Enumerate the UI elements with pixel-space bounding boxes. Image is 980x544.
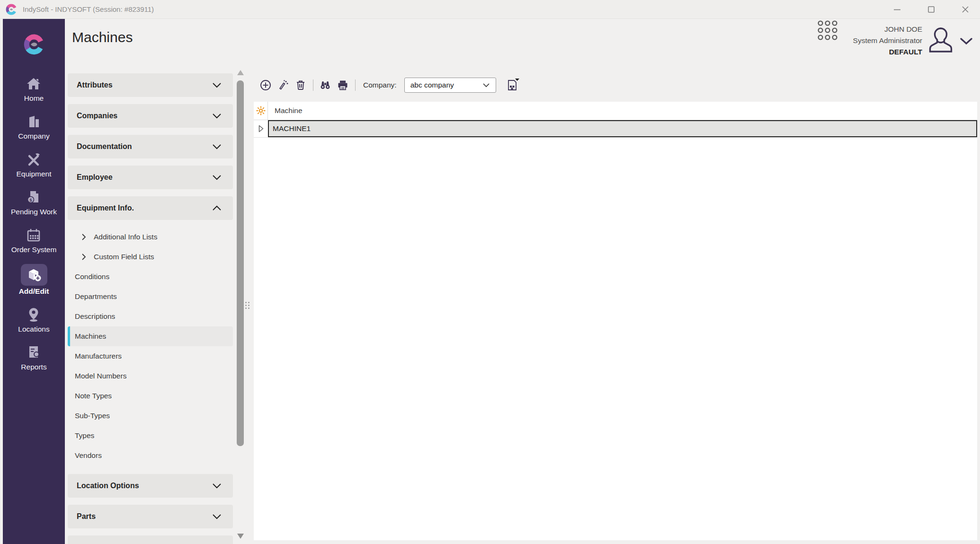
nav-item-sub-types[interactable]: Sub-Types bbox=[68, 406, 233, 426]
report-search-icon bbox=[27, 343, 42, 361]
nav-item-label: Model Numbers bbox=[75, 372, 126, 380]
sidebar-item-order-system[interactable]: Order System bbox=[11, 226, 57, 254]
chevron-down-icon bbox=[212, 113, 222, 119]
company-select-value: abc company bbox=[410, 81, 454, 89]
accordion-section-location-options[interactable]: Location Options bbox=[68, 474, 233, 498]
sidebar-item-equipment[interactable]: Equipment bbox=[16, 150, 51, 178]
chevron-down-icon bbox=[212, 483, 222, 489]
nav-item-machines[interactable]: Machines bbox=[68, 326, 233, 346]
add-button[interactable] bbox=[258, 78, 273, 92]
find-button[interactable] bbox=[318, 78, 332, 92]
grid-row: MACHINE1 bbox=[254, 120, 977, 138]
chevron-down-icon bbox=[482, 83, 490, 88]
map-pin-icon bbox=[27, 306, 41, 324]
accordion-section-attributes[interactable]: Attributes bbox=[68, 73, 233, 97]
nav-item-vendors[interactable]: Vendors bbox=[68, 446, 233, 465]
calendar-icon bbox=[26, 226, 41, 244]
accordion-section-partial bbox=[68, 535, 233, 544]
accordion-section-employee[interactable]: Employee bbox=[68, 166, 233, 189]
sidebar-item-company[interactable]: Company bbox=[18, 113, 49, 140]
row-indicator[interactable] bbox=[254, 120, 268, 137]
company-filter-label: Company: bbox=[363, 81, 397, 89]
nav-item-label: Machines bbox=[75, 332, 106, 341]
company-select[interactable]: abc company bbox=[404, 78, 496, 93]
machine-cell[interactable]: MACHINE1 bbox=[268, 120, 977, 137]
chevron-down-icon bbox=[212, 175, 222, 180]
tools-icon bbox=[26, 150, 41, 168]
home-icon bbox=[26, 75, 41, 93]
window-title: IndySoft - INDYSOFT (Session: #823911) bbox=[23, 5, 154, 13]
accordion-section-equipment-info[interactable]: Equipment Info. bbox=[68, 196, 233, 220]
sidebar: Home Company Equipment $ bbox=[3, 19, 65, 544]
nav-item-model-numbers[interactable]: Model Numbers bbox=[68, 366, 233, 386]
application-window: IndySoft - INDYSOFT (Session: #823911) bbox=[0, 0, 980, 544]
delete-button[interactable] bbox=[294, 78, 308, 92]
nav-item-departments[interactable]: Departments bbox=[68, 287, 233, 307]
column-header-machine[interactable]: Machine bbox=[268, 106, 303, 115]
user-name: JOHN DOE bbox=[853, 24, 922, 35]
accordion-section-companies[interactable]: Companies bbox=[68, 104, 233, 128]
sidebar-item-label: Locations bbox=[18, 325, 49, 333]
title-bar: IndySoft - INDYSOFT (Session: #823911) bbox=[0, 0, 980, 19]
accordion-section-documentation[interactable]: Documentation bbox=[68, 135, 233, 158]
nav-item-label: Sub-Types bbox=[75, 412, 110, 420]
nav-item-custom-field-lists[interactable]: Custom Field Lists bbox=[68, 247, 233, 267]
chevron-right-icon bbox=[81, 253, 86, 261]
nav-scrollbar-thumb[interactable] bbox=[237, 80, 244, 446]
binoculars-icon bbox=[319, 79, 331, 91]
sidebar-item-reports[interactable]: Reports bbox=[21, 343, 46, 371]
sidebar-item-label: Equipment bbox=[16, 170, 51, 178]
add-icon bbox=[259, 79, 272, 91]
nav-item-additional-info-lists[interactable]: Additional Info Lists bbox=[68, 227, 233, 247]
section-label: Documentation bbox=[77, 142, 132, 151]
chevron-down-icon bbox=[212, 514, 222, 519]
nav-item-descriptions[interactable]: Descriptions bbox=[68, 307, 233, 326]
sun-icon bbox=[256, 106, 266, 115]
invoice-icon: $ bbox=[26, 188, 41, 206]
building-icon bbox=[27, 113, 41, 131]
nav-item-label: Custom Field Lists bbox=[94, 253, 154, 261]
edit-button[interactable] bbox=[276, 78, 290, 92]
sidebar-item-pending-work[interactable]: $ Pending Work bbox=[11, 188, 57, 216]
printer-icon bbox=[337, 79, 349, 91]
minimize-button[interactable] bbox=[886, 0, 908, 19]
grid-indicator-header[interactable] bbox=[254, 102, 268, 120]
nav-item-note-types[interactable]: Note Types bbox=[68, 386, 233, 406]
nav-item-types[interactable]: Types bbox=[68, 426, 233, 446]
chevron-down-icon bbox=[959, 37, 973, 47]
box-add-icon bbox=[21, 264, 47, 286]
nav-item-manufacturers[interactable]: Manufacturers bbox=[68, 346, 233, 366]
nav-item-label: Types bbox=[75, 431, 94, 440]
accordion-section-parts[interactable]: Parts bbox=[68, 505, 233, 528]
sidebar-item-label: Reports bbox=[21, 363, 46, 371]
chevron-up-icon bbox=[212, 205, 222, 211]
nav-item-label: Vendors bbox=[75, 451, 102, 460]
layout-options-button[interactable] bbox=[505, 78, 520, 93]
splitter-handle[interactable] bbox=[245, 302, 252, 312]
nav-item-conditions[interactable]: Conditions bbox=[68, 267, 233, 287]
sidebar-item-locations[interactable]: Locations bbox=[18, 306, 49, 333]
section-label: Attributes bbox=[77, 81, 113, 89]
sidebar-item-home[interactable]: Home bbox=[24, 75, 44, 103]
sidebar-item-label: Company bbox=[18, 132, 49, 140]
sidebar-item-label: Pending Work bbox=[11, 208, 57, 216]
user-info: JOHN DOE System Administrator DEFAULT bbox=[853, 24, 922, 58]
print-button[interactable] bbox=[336, 78, 350, 92]
toolbar-separator bbox=[355, 79, 356, 91]
equipment-info-list: Additional Info Lists Custom Field Lists… bbox=[68, 227, 233, 465]
sidebar-item-add-edit[interactable]: Add/Edit bbox=[19, 264, 49, 296]
dropdown-arrow-icon bbox=[515, 79, 519, 81]
sidebar-item-label: Add/Edit bbox=[19, 287, 49, 296]
toolbar: Company: abc company bbox=[258, 75, 520, 96]
toolbar-separator bbox=[313, 79, 313, 91]
section-label: Equipment Info. bbox=[77, 204, 134, 212]
chevron-down-icon bbox=[212, 82, 222, 88]
scroll-up-arrow[interactable] bbox=[237, 70, 244, 75]
nav-panel: Attributes Companies Documentation Emplo… bbox=[68, 73, 233, 544]
close-button[interactable] bbox=[954, 0, 976, 19]
nav-item-label: Manufacturers bbox=[75, 352, 122, 360]
maximize-button[interactable] bbox=[920, 0, 942, 19]
user-menu[interactable]: JOHN DOE System Administrator DEFAULT bbox=[820, 19, 976, 71]
scroll-down-arrow[interactable] bbox=[237, 534, 244, 539]
trash-icon bbox=[294, 79, 307, 91]
